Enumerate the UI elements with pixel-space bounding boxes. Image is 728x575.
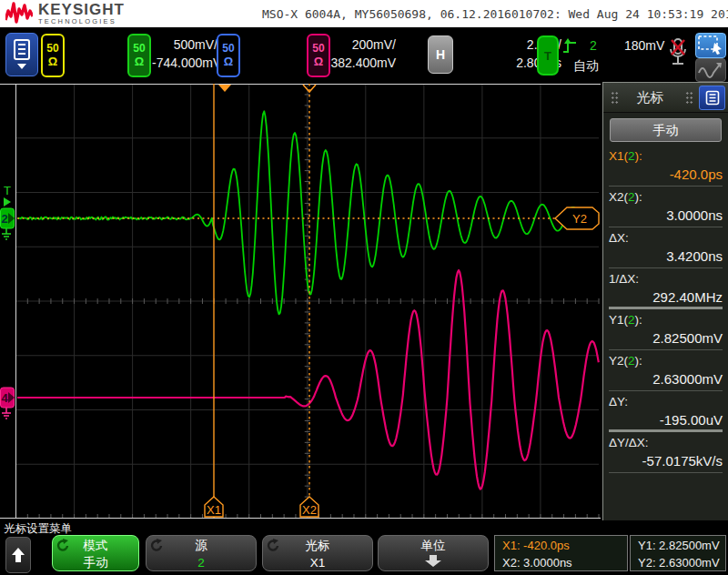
- rising-edge-icon: [562, 38, 577, 54]
- svg-text:X1: X1: [207, 503, 221, 517]
- y1-readout: Y1: 2.82500mV: [638, 537, 725, 554]
- cursor-panel-menu-button[interactable]: [699, 86, 725, 110]
- knob-icon: [267, 539, 280, 552]
- row-channel: 2: [628, 190, 635, 204]
- logo-sub: TECHNOLOGIES: [38, 18, 125, 25]
- keysight-logo: KEYSIGHT TECHNOLOGIES: [5, 2, 125, 25]
- cursor-row-y2: Y2(2): 2.63000mV: [609, 350, 723, 391]
- row-value: 2.82500mV: [609, 328, 723, 348]
- row-label: 1/ΔX:: [609, 272, 639, 286]
- channel2-badge[interactable]: 50 Ω: [127, 34, 151, 77]
- keysight-logo-icon: [5, 2, 33, 25]
- knob-icon: [150, 539, 164, 552]
- softkey-bar: 光标设置菜单 模式 手动 源 2: [0, 520, 728, 575]
- row-label: Y1(: [609, 313, 628, 327]
- touch-select-button[interactable]: [695, 33, 726, 58]
- svg-text:2: 2: [1, 212, 7, 226]
- cursor-row-inv-dx: 1/ΔX: 292.40MHz: [609, 268, 723, 309]
- horizontal-badge[interactable]: H: [428, 35, 453, 74]
- drag-handle-icon: [685, 91, 693, 105]
- x-cursor-readout: X1: -420.0ps X2: 3.0000ns: [494, 535, 628, 571]
- trigger-badge[interactable]: T: [537, 35, 559, 76]
- microphone-muted-icon[interactable]: [664, 36, 692, 75]
- trigger-label: T: [544, 49, 551, 63]
- channel3-badge[interactable]: 50 Ω: [217, 34, 240, 77]
- row-value: -420.0ps: [609, 165, 723, 185]
- softkey-cursor-value: X1: [263, 554, 372, 571]
- row-label: X1(: [609, 149, 628, 163]
- trigger-level-marker[interactable]: T: [4, 184, 11, 207]
- y2-readout: Y2: 2.63000mV: [638, 554, 725, 571]
- cursor-row-dy: ΔY: -195.00uV: [609, 391, 723, 432]
- ch4-scale: 200mV/: [330, 35, 396, 54]
- row-label-end: ):: [635, 149, 642, 163]
- row-value: 3.0000ns: [609, 206, 723, 226]
- waveform-display: X1 X2 Y2 T 2 4: [0, 84, 601, 519]
- channel2-settings[interactable]: 500mV/ -744.000mV: [152, 35, 217, 72]
- row-channel: 2: [628, 354, 635, 368]
- channel1-badge[interactable]: 50 Ω: [41, 34, 65, 77]
- x1-readout: X1: -420.0ps: [502, 537, 627, 554]
- svg-text:Y2: Y2: [572, 212, 587, 226]
- x2-readout: X2: 3.0000ns: [502, 554, 627, 571]
- channel4-badge[interactable]: 50 Ω: [307, 34, 330, 77]
- row-channel: 2: [628, 313, 635, 327]
- menu-list-icon: [705, 90, 720, 106]
- ch1-impedance: 50: [46, 42, 58, 55]
- zone-trigger-button[interactable]: [695, 58, 726, 82]
- zone-trigger-icon: [696, 59, 723, 79]
- channel4-settings[interactable]: 200mV/ 382.400mV: [330, 35, 396, 72]
- x2-cursor-tag[interactable]: X2: [300, 497, 318, 517]
- row-value: -57.0175kV/s: [609, 451, 723, 471]
- menu-up-button[interactable]: [5, 537, 31, 573]
- softkey-mode[interactable]: 模式 手动: [52, 535, 139, 571]
- menu-list-icon: [12, 39, 32, 70]
- row-value: 3.4200ns: [609, 247, 723, 267]
- ch2-impedance: 50: [133, 42, 145, 55]
- ch3-ohm: Ω: [224, 55, 233, 69]
- up-arrow-icon: [11, 547, 25, 563]
- main-menu-button[interactable]: [5, 33, 38, 76]
- row-label-end: ):: [635, 190, 642, 204]
- toolbar: 50 Ω 50 Ω 500mV/ -744.000mV 50 Ω 50 Ω 20…: [0, 27, 728, 80]
- softkey-units-label: 单位: [379, 537, 488, 554]
- ch4-offset: 382.400mV: [330, 54, 396, 72]
- horizontal-label: H: [436, 47, 445, 62]
- ch3-impedance: 50: [222, 42, 234, 55]
- channel4-ground-marker[interactable]: 4: [1, 388, 15, 419]
- ch2-offset: -744.000mV: [152, 54, 217, 72]
- cursor-mode-button[interactable]: 手动: [610, 118, 722, 142]
- logo-name: KEYSIGHT: [38, 2, 125, 17]
- oscilloscope-screen: KEYSIGHT TECHNOLOGIES MSO-X 6004A, MY560…: [0, 0, 728, 575]
- cursor-readout-rows: X1(2): -420.0ps X2(2): 3.0000ns ΔX: 3.42…: [609, 146, 723, 473]
- trigger-position-marker[interactable]: [218, 85, 231, 92]
- svg-text:4: 4: [1, 391, 8, 405]
- instrument-title: MSO-X 6004A, MY56050698, 06.12.201601070…: [262, 7, 726, 21]
- cursor-row-x2: X2(2): 3.0000ns: [609, 187, 723, 227]
- ch1-ohm: Ω: [48, 55, 57, 69]
- softkey-cursor[interactable]: 光标 X1: [262, 535, 373, 571]
- y-cursor-readout: Y1: 2.82500mV Y2: 2.63000mV: [630, 535, 726, 571]
- row-label: ΔY/ΔX:: [609, 436, 649, 449]
- cursor-row-x1: X1(2): -420.0ps: [609, 146, 723, 187]
- cursor-panel-header[interactable]: 光标: [603, 83, 728, 113]
- x1-cursor-tag[interactable]: X1: [205, 497, 223, 517]
- title-bar: KEYSIGHT TECHNOLOGIES MSO-X 6004A, MY560…: [0, 0, 728, 27]
- touch-select-icon: [696, 34, 723, 55]
- channel2-ground-marker[interactable]: 2: [1, 208, 15, 239]
- row-channel: 2: [628, 149, 635, 163]
- row-label: ΔY:: [609, 395, 628, 409]
- softkey-units[interactable]: 单位: [378, 535, 489, 571]
- ch2-scale: 500mV/: [152, 35, 217, 54]
- cursor-panel: 光标 手动 X1(2): -420.0ps X2(2): 3.0000ns: [602, 82, 728, 520]
- ch4-ohm: Ω: [314, 55, 323, 69]
- ch4-impedance: 50: [312, 42, 324, 55]
- row-label-end: ):: [635, 354, 642, 368]
- softkey-mode-value: 手动: [53, 554, 138, 571]
- trigger-level: 180mV: [624, 38, 664, 53]
- softkey-source[interactable]: 源 2: [146, 535, 257, 571]
- cursor-row-dx: ΔX: 3.4200ns: [609, 227, 723, 268]
- row-value: 2.63000mV: [609, 369, 723, 389]
- channel4-waveform: [17, 270, 599, 489]
- svg-text:X2: X2: [302, 503, 317, 517]
